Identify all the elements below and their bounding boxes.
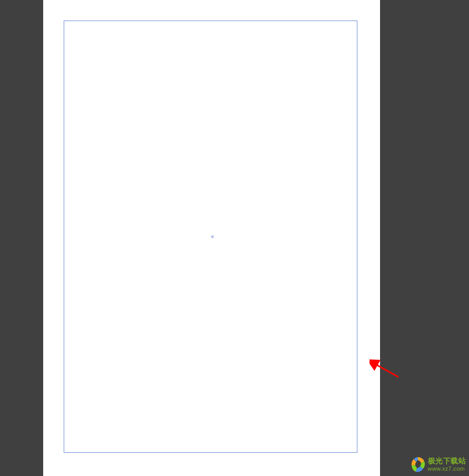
watermark-url: www.xz7.com xyxy=(428,465,466,472)
watermark-logo-icon xyxy=(410,456,426,473)
center-anchor-mark: ✕ xyxy=(211,235,215,239)
watermark-title: 极光下载站 xyxy=(428,457,466,465)
watermark: 极光下载站 www.xz7.com xyxy=(410,456,466,473)
watermark-text-group: 极光下载站 www.xz7.com xyxy=(428,457,466,471)
